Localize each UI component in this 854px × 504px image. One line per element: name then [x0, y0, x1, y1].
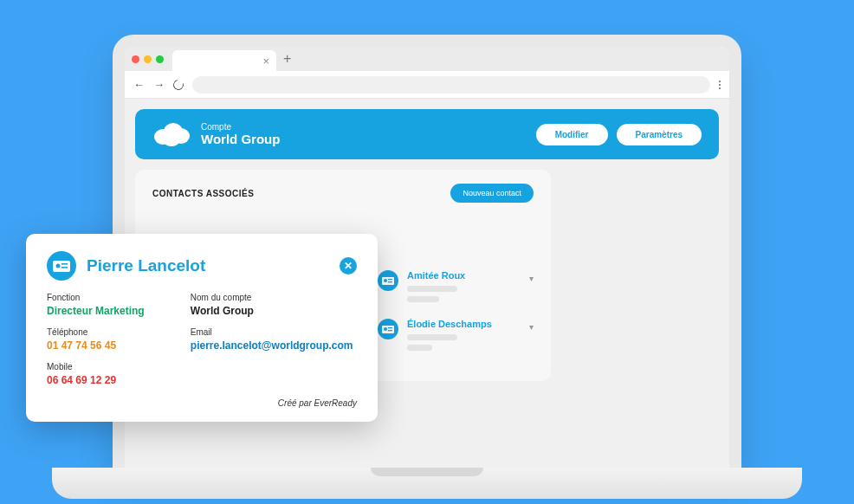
refresh-icon[interactable] [171, 77, 185, 91]
close-window-icon[interactable] [132, 55, 139, 63]
field-value: pierre.lancelot@worldgroup.com [191, 339, 357, 352]
field-value: 06 64 69 12 29 [47, 374, 175, 386]
settings-button[interactable]: Paramètres [617, 124, 702, 145]
contact-avatar-icon [378, 270, 398, 291]
field-value: World Group [191, 305, 357, 317]
browser-tab-bar: × + [125, 47, 729, 71]
forward-button[interactable]: → [153, 78, 165, 91]
header-title: World Group [201, 132, 280, 146]
contact-name: Élodie Deschamps [407, 319, 534, 329]
chevron-down-icon[interactable]: ▾ [529, 322, 534, 332]
detail-contact-name: Pierre Lancelot [87, 256, 205, 275]
salesforce-cloud-icon [152, 121, 191, 147]
field-value: Directeur Marketing [47, 305, 175, 317]
contact-name: Amitée Roux [407, 270, 534, 281]
field-mobile: Mobile 06 64 69 12 29 [47, 362, 175, 386]
svg-rect-15 [61, 267, 68, 268]
placeholder-line [407, 345, 432, 351]
placeholder-line [407, 296, 439, 302]
browser-tab[interactable]: × [172, 50, 276, 71]
contacts-section-title: CONTACTS ASSOCIÉS [152, 189, 254, 198]
field-label: Téléphone [47, 327, 175, 337]
svg-rect-6 [388, 279, 392, 280]
laptop-notch [371, 468, 483, 476]
svg-rect-7 [388, 281, 392, 282]
close-icon[interactable]: ✕ [340, 257, 357, 275]
svg-rect-11 [388, 330, 392, 331]
contact-avatar-icon [47, 251, 76, 281]
window-controls [132, 55, 164, 63]
minimize-window-icon[interactable] [144, 55, 152, 63]
modify-button[interactable]: Modifier [536, 124, 608, 145]
browser-menu-icon[interactable] [719, 81, 721, 89]
chevron-down-icon[interactable]: ▾ [529, 274, 534, 283]
contact-detail-popup: Pierre Lancelot ✕ Fonction Directeur Mar… [26, 234, 378, 422]
new-contact-button[interactable]: Nouveau contact [450, 184, 534, 203]
account-header: Compte World Group Modifier Paramètres [135, 109, 719, 159]
svg-rect-10 [388, 327, 392, 328]
contact-row[interactable]: Élodie Deschamps ▾ [378, 319, 534, 355]
placeholder-line [407, 334, 457, 340]
header-subtitle: Compte [201, 122, 280, 132]
svg-rect-14 [61, 263, 68, 265]
field-value: 01 47 74 56 45 [47, 339, 175, 352]
new-tab-button[interactable]: + [283, 51, 291, 67]
placeholder-line [407, 286, 457, 292]
svg-rect-12 [53, 261, 70, 272]
field-label: Mobile [47, 362, 175, 372]
url-input[interactable] [192, 76, 710, 94]
svg-point-13 [56, 264, 61, 268]
svg-point-3 [163, 132, 180, 146]
svg-point-9 [384, 327, 387, 331]
svg-point-5 [384, 279, 387, 282]
field-fonction: Fonction Directeur Marketing [47, 293, 175, 317]
field-email: Email pierre.lancelot@worldgroup.com [191, 327, 357, 352]
detail-footer: Créé par EverReady [47, 398, 357, 408]
field-label: Email [191, 327, 357, 337]
contact-row[interactable]: Amitée Roux ▾ [378, 270, 534, 307]
field-compte: Nom du compte World Group [191, 293, 357, 317]
field-telephone: Téléphone 01 47 74 56 45 [47, 327, 175, 352]
laptop-base [52, 468, 802, 499]
back-button[interactable]: ← [133, 78, 145, 91]
tab-close-icon[interactable]: × [262, 55, 269, 68]
browser-address-bar: ← → [125, 71, 729, 99]
maximize-window-icon[interactable] [156, 55, 164, 63]
field-label: Nom du compte [191, 293, 357, 302]
contact-avatar-icon [378, 319, 398, 339]
field-label: Fonction [47, 293, 175, 302]
